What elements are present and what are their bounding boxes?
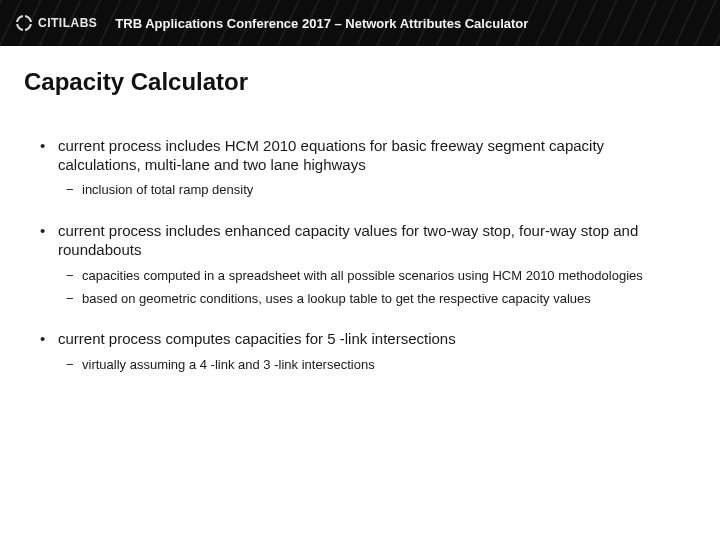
bullet-text: inclusion of total ramp density <box>82 182 253 197</box>
brand-name: CITILABS <box>38 16 97 30</box>
list-item: inclusion of total ramp density <box>82 182 670 199</box>
list-item: virtually assuming a 4 -link and 3 -link… <box>82 357 670 374</box>
logo-globe-icon <box>16 15 32 31</box>
header-title: TRB Applications Conference 2017 – Netwo… <box>115 16 528 31</box>
list-item: current process includes HCM 2010 equati… <box>58 136 696 199</box>
bullet-text: current process includes HCM 2010 equati… <box>58 137 604 173</box>
bullet-text: current process computes capacities for … <box>58 330 456 347</box>
sub-list: virtually assuming a 4 -link and 3 -link… <box>58 357 670 374</box>
bullet-text: current process includes enhanced capaci… <box>58 222 638 258</box>
sub-list: inclusion of total ramp density <box>58 182 670 199</box>
bullet-text: based on geometric conditions, uses a lo… <box>82 291 591 306</box>
list-item: current process computes capacities for … <box>58 329 696 373</box>
bullet-text: capacities computed in a spreadsheet wit… <box>82 268 643 283</box>
sub-list: capacities computed in a spreadsheet wit… <box>58 268 670 308</box>
list-item: current process includes enhanced capaci… <box>58 221 696 307</box>
page-title: Capacity Calculator <box>24 68 696 96</box>
list-item: capacities computed in a spreadsheet wit… <box>82 268 670 285</box>
bullet-list: current process includes HCM 2010 equati… <box>24 136 696 374</box>
bullet-text: virtually assuming a 4 -link and 3 -link… <box>82 357 375 372</box>
slide: CITILABS TRB Applications Conference 201… <box>0 0 720 540</box>
slide-content: Capacity Calculator current process incl… <box>0 46 720 374</box>
list-item: based on geometric conditions, uses a lo… <box>82 291 670 308</box>
slide-header: CITILABS TRB Applications Conference 201… <box>0 0 720 46</box>
brand-logo: CITILABS <box>16 15 97 31</box>
